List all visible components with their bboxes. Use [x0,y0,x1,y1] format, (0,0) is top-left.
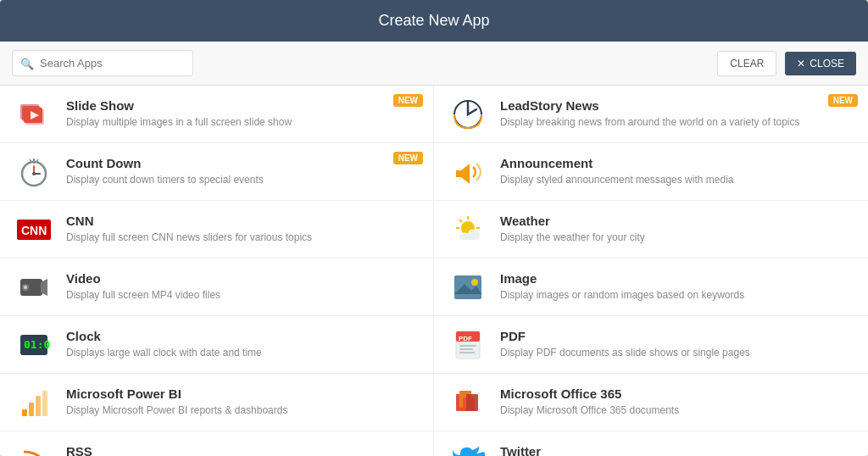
cnn-desc: Display full screen CNN news sliders for… [66,231,420,245]
weather-icon [448,209,488,250]
video-info: VideoDisplay full screen MP4 video files [66,271,420,303]
pdf-desc: Display PDF documents as slide shows or … [500,346,854,360]
toolbar: 🔍 CLEAR ✕ CLOSE [0,42,868,86]
svg-rect-40 [42,391,47,416]
app-item-slideshow[interactable]: Slide ShowDisplay multiple images in a f… [0,86,434,143]
rss-info: RSSDisplay full screen RSS feed sliders [66,444,420,456]
announcement-info: AnnouncementDisplay styled announcement … [500,156,854,187]
weather-name: Weather [500,214,854,228]
slideshow-desc: Display multiple images in a full screen… [66,115,420,130]
announcement-icon [448,152,488,192]
clock-info: ClockDisplays large wall clock with date… [66,329,420,360]
announcement-desc: Display styled announcement messages wit… [500,173,854,187]
slideshow-name: Slide Show [66,98,420,113]
video-desc: Display full screen MP4 video files [66,288,420,303]
app-grid: Slide ShowDisplay multiple images in a f… [0,86,868,456]
image-icon [448,267,488,308]
app-item-video[interactable]: VideoDisplay full screen MP4 video files [0,259,434,316]
app-item-countdown[interactable]: Count DownDisplay count down timers to s… [0,143,434,201]
weather-info: WeatherDisplay the weather for your city [500,214,854,245]
svg-point-25 [24,286,27,289]
svg-rect-44 [466,394,478,411]
svg-rect-39 [36,396,41,416]
modal-title: Create New App [378,12,489,29]
modal-header: Create New App [0,0,868,42]
slideshow-badge: NEW [393,94,423,107]
close-x-icon: ✕ [797,58,805,70]
powerbi-icon [14,382,54,423]
app-item-cnn[interactable]: CNN CNNDisplay full screen CNN news slid… [0,201,434,259]
twitter-info: TwitterDisplay the latest tweets from Tw… [500,444,854,456]
svg-text:CNN: CNN [21,224,47,237]
rss-icon [14,440,54,457]
countdown-desc: Display count down timers to special eve… [66,173,420,187]
search-input[interactable] [12,50,193,76]
search-wrapper: 🔍 [12,50,356,76]
app-item-leadstory[interactable]: LeadStory NewsDisplay breaking news from… [434,86,868,143]
cnn-icon: CNN [14,209,54,250]
leadstory-name: LeadStory News [500,98,854,113]
clock-icon: 01:00 [14,325,54,365]
twitter-icon [448,440,488,457]
video-name: Video [66,271,420,286]
countdown-icon [14,152,54,192]
office365-icon [448,382,488,423]
app-item-rss[interactable]: RSSDisplay full screen RSS feed sliders [0,431,434,456]
app-item-office365[interactable]: Microsoft Office 365Display Microsoft Of… [434,374,868,431]
powerbi-info: Microsoft Power BIDisplay Microsoft Powe… [66,386,420,418]
announcement-name: Announcement [500,156,854,170]
countdown-info: Count DownDisplay count down timers to s… [66,156,420,187]
app-item-image[interactable]: ImageDisplay images or random images bas… [434,259,868,316]
twitter-name: Twitter [500,444,854,456]
clear-button[interactable]: CLEAR [717,51,776,76]
app-item-twitter[interactable]: TwitterDisplay the latest tweets from Tw… [434,431,868,456]
image-name: Image [500,271,854,286]
create-app-modal: Create New App 🔍 CLEAR ✕ CLOSE Slide Sho… [0,0,868,456]
image-info: ImageDisplay images or random images bas… [500,271,854,303]
office365-info: Microsoft Office 365Display Microsoft Of… [500,386,854,418]
close-label: CLOSE [810,58,844,70]
leadstory-icon [448,94,488,135]
powerbi-name: Microsoft Power BI [66,386,420,401]
app-item-weather[interactable]: WeatherDisplay the weather for your city [434,201,868,259]
app-item-powerbi[interactable]: Microsoft Power BIDisplay Microsoft Powe… [0,374,434,431]
pdf-name: PDF [500,329,854,343]
search-icon: 🔍 [20,57,34,70]
pdf-info: PDFDisplay PDF documents as slide shows … [500,329,854,360]
leadstory-badge: NEW [828,94,858,107]
clock-name: Clock [66,329,420,343]
weather-desc: Display the weather for your city [500,231,854,245]
svg-rect-37 [22,409,27,416]
rss-name: RSS [66,444,420,456]
svg-point-12 [32,172,36,175]
image-desc: Display images or random images based on… [500,288,854,303]
app-item-pdf[interactable]: PDF PDFDisplay PDF documents as slide sh… [434,316,868,374]
close-button[interactable]: ✕ CLOSE [785,52,856,75]
clock-desc: Displays large wall clock with date and … [66,346,420,360]
leadstory-info: LeadStory NewsDisplay breaking news from… [500,98,854,130]
svg-rect-34 [459,345,476,347]
slideshow-icon [14,94,54,135]
svg-line-20 [459,220,462,222]
svg-text:PDF: PDF [459,335,472,342]
svg-point-28 [471,279,478,286]
app-item-announcement[interactable]: AnnouncementDisplay styled announcement … [434,143,868,201]
cnn-info: CNNDisplay full screen CNN news sliders … [66,214,420,245]
cnn-name: CNN [66,214,420,228]
svg-rect-38 [29,403,34,416]
countdown-badge: NEW [393,152,423,164]
office365-desc: Display Microsoft Office 365 documents [500,403,854,418]
svg-rect-36 [459,352,475,353]
svg-rect-35 [459,348,473,350]
video-icon [14,267,54,308]
svg-text:01:00: 01:00 [24,338,51,351]
leadstory-desc: Display breaking news from around the wo… [500,115,854,130]
powerbi-desc: Display Microsoft Power BI reports & das… [66,403,420,418]
pdf-icon: PDF [448,325,488,365]
slideshow-info: Slide ShowDisplay multiple images in a f… [66,98,420,130]
app-item-clock[interactable]: 01:00 ClockDisplays large wall clock wit… [0,316,434,374]
countdown-name: Count Down [66,156,420,170]
office365-name: Microsoft Office 365 [500,386,854,401]
